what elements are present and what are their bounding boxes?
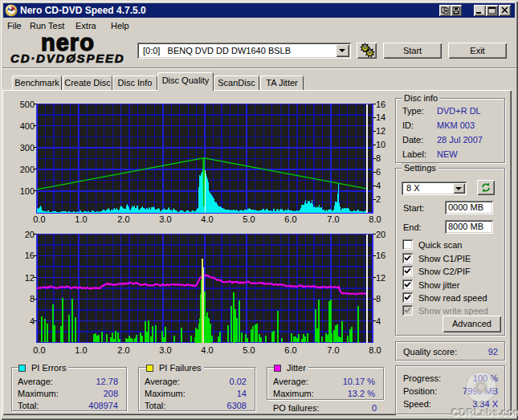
svg-text:16: 16 (25, 251, 35, 260)
svg-text:6: 6 (376, 167, 381, 177)
svg-text:2.0: 2.0 (117, 345, 129, 355)
svg-text:12: 12 (376, 273, 385, 283)
svg-text:6.0: 6.0 (284, 345, 296, 355)
svg-text:200: 200 (20, 165, 35, 174)
svg-text:4.0: 4.0 (201, 214, 213, 224)
svg-text:2: 2 (376, 194, 381, 204)
svg-text:12: 12 (25, 273, 35, 283)
svg-text:5.0: 5.0 (243, 214, 255, 224)
svg-text:8: 8 (376, 294, 381, 304)
svg-text:12: 12 (376, 126, 385, 136)
svg-text:14: 14 (376, 112, 385, 122)
svg-text:8.0: 8.0 (369, 214, 381, 224)
svg-text:16: 16 (376, 251, 385, 260)
svg-text:5.0: 5.0 (243, 345, 255, 355)
svg-text:7.0: 7.0 (327, 345, 339, 355)
svg-text:10: 10 (376, 140, 385, 149)
svg-text:4.0: 4.0 (201, 345, 213, 355)
svg-text:4: 4 (376, 181, 381, 190)
svg-text:16: 16 (376, 100, 385, 109)
svg-text:300: 300 (20, 143, 35, 153)
svg-text:0.0: 0.0 (33, 214, 45, 224)
svg-text:1.0: 1.0 (75, 214, 87, 224)
svg-text:8.0: 8.0 (369, 345, 381, 355)
svg-text:20: 20 (25, 230, 35, 239)
svg-text:3.0: 3.0 (159, 214, 171, 224)
svg-text:8: 8 (376, 153, 381, 163)
svg-text:1.0: 1.0 (75, 345, 87, 355)
svg-text:400: 400 (20, 121, 35, 131)
svg-text:0.0: 0.0 (33, 345, 45, 355)
svg-text:6.0: 6.0 (284, 214, 296, 224)
svg-text:100: 100 (20, 186, 35, 196)
svg-text:7.0: 7.0 (327, 214, 339, 224)
svg-text:20: 20 (376, 230, 385, 239)
svg-text:2.0: 2.0 (117, 214, 129, 224)
svg-text:3.0: 3.0 (159, 345, 171, 355)
svg-text:4: 4 (376, 316, 381, 326)
svg-text:500: 500 (20, 100, 35, 109)
